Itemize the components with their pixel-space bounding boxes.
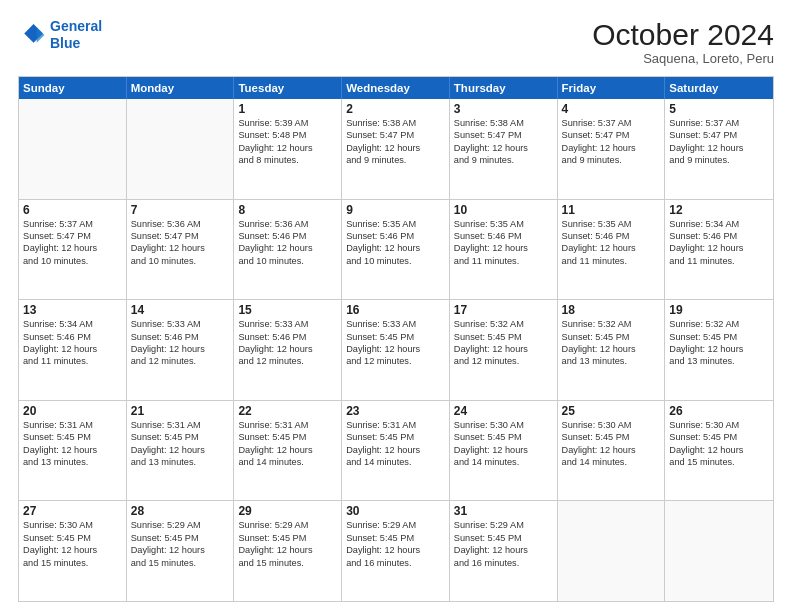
calendar-header: SundayMondayTuesdayWednesdayThursdayFrid…: [19, 77, 773, 99]
header: General Blue October 2024 Saquena, Loret…: [18, 18, 774, 66]
cal-cell: 29Sunrise: 5:29 AM Sunset: 5:45 PM Dayli…: [234, 501, 342, 601]
cal-cell: 5Sunrise: 5:37 AM Sunset: 5:47 PM Daylig…: [665, 99, 773, 199]
day-number: 6: [23, 203, 122, 217]
cal-cell: 16Sunrise: 5:33 AM Sunset: 5:45 PM Dayli…: [342, 300, 450, 400]
day-info: Sunrise: 5:34 AM Sunset: 5:46 PM Dayligh…: [669, 218, 769, 268]
week-row-2: 6Sunrise: 5:37 AM Sunset: 5:47 PM Daylig…: [19, 199, 773, 300]
day-info: Sunrise: 5:30 AM Sunset: 5:45 PM Dayligh…: [454, 419, 553, 469]
header-day-friday: Friday: [558, 77, 666, 99]
header-day-saturday: Saturday: [665, 77, 773, 99]
day-info: Sunrise: 5:37 AM Sunset: 5:47 PM Dayligh…: [23, 218, 122, 268]
day-info: Sunrise: 5:38 AM Sunset: 5:47 PM Dayligh…: [346, 117, 445, 167]
calendar: SundayMondayTuesdayWednesdayThursdayFrid…: [18, 76, 774, 602]
day-info: Sunrise: 5:35 AM Sunset: 5:46 PM Dayligh…: [346, 218, 445, 268]
day-info: Sunrise: 5:30 AM Sunset: 5:45 PM Dayligh…: [562, 419, 661, 469]
day-info: Sunrise: 5:32 AM Sunset: 5:45 PM Dayligh…: [669, 318, 769, 368]
day-number: 10: [454, 203, 553, 217]
day-info: Sunrise: 5:37 AM Sunset: 5:47 PM Dayligh…: [669, 117, 769, 167]
cal-cell: 23Sunrise: 5:31 AM Sunset: 5:45 PM Dayli…: [342, 401, 450, 501]
day-number: 30: [346, 504, 445, 518]
day-number: 2: [346, 102, 445, 116]
day-number: 31: [454, 504, 553, 518]
day-info: Sunrise: 5:33 AM Sunset: 5:46 PM Dayligh…: [238, 318, 337, 368]
cal-cell: 15Sunrise: 5:33 AM Sunset: 5:46 PM Dayli…: [234, 300, 342, 400]
cal-cell: 11Sunrise: 5:35 AM Sunset: 5:46 PM Dayli…: [558, 200, 666, 300]
cal-cell: [665, 501, 773, 601]
day-number: 20: [23, 404, 122, 418]
main-title: October 2024: [592, 18, 774, 51]
day-number: 21: [131, 404, 230, 418]
day-number: 14: [131, 303, 230, 317]
day-number: 23: [346, 404, 445, 418]
cal-cell: 17Sunrise: 5:32 AM Sunset: 5:45 PM Dayli…: [450, 300, 558, 400]
cal-cell: 3Sunrise: 5:38 AM Sunset: 5:47 PM Daylig…: [450, 99, 558, 199]
cal-cell: 6Sunrise: 5:37 AM Sunset: 5:47 PM Daylig…: [19, 200, 127, 300]
day-number: 27: [23, 504, 122, 518]
day-info: Sunrise: 5:29 AM Sunset: 5:45 PM Dayligh…: [346, 519, 445, 569]
cal-cell: 25Sunrise: 5:30 AM Sunset: 5:45 PM Dayli…: [558, 401, 666, 501]
cal-cell: [19, 99, 127, 199]
cal-cell: 20Sunrise: 5:31 AM Sunset: 5:45 PM Dayli…: [19, 401, 127, 501]
day-number: 26: [669, 404, 769, 418]
week-row-1: 1Sunrise: 5:39 AM Sunset: 5:48 PM Daylig…: [19, 99, 773, 199]
day-info: Sunrise: 5:36 AM Sunset: 5:46 PM Dayligh…: [238, 218, 337, 268]
cal-cell: 28Sunrise: 5:29 AM Sunset: 5:45 PM Dayli…: [127, 501, 235, 601]
day-number: 8: [238, 203, 337, 217]
day-info: Sunrise: 5:29 AM Sunset: 5:45 PM Dayligh…: [238, 519, 337, 569]
header-day-sunday: Sunday: [19, 77, 127, 99]
day-number: 15: [238, 303, 337, 317]
cal-cell: [558, 501, 666, 601]
day-number: 3: [454, 102, 553, 116]
day-number: 7: [131, 203, 230, 217]
day-number: 18: [562, 303, 661, 317]
cal-cell: 7Sunrise: 5:36 AM Sunset: 5:47 PM Daylig…: [127, 200, 235, 300]
week-row-3: 13Sunrise: 5:34 AM Sunset: 5:46 PM Dayli…: [19, 299, 773, 400]
cal-cell: 9Sunrise: 5:35 AM Sunset: 5:46 PM Daylig…: [342, 200, 450, 300]
svg-marker-1: [37, 27, 45, 43]
cal-cell: 4Sunrise: 5:37 AM Sunset: 5:47 PM Daylig…: [558, 99, 666, 199]
cal-cell: 1Sunrise: 5:39 AM Sunset: 5:48 PM Daylig…: [234, 99, 342, 199]
cal-cell: 27Sunrise: 5:30 AM Sunset: 5:45 PM Dayli…: [19, 501, 127, 601]
day-number: 29: [238, 504, 337, 518]
day-info: Sunrise: 5:34 AM Sunset: 5:46 PM Dayligh…: [23, 318, 122, 368]
day-info: Sunrise: 5:32 AM Sunset: 5:45 PM Dayligh…: [562, 318, 661, 368]
logo-icon: [18, 21, 46, 49]
cal-cell: 22Sunrise: 5:31 AM Sunset: 5:45 PM Dayli…: [234, 401, 342, 501]
cal-cell: 2Sunrise: 5:38 AM Sunset: 5:47 PM Daylig…: [342, 99, 450, 199]
day-number: 17: [454, 303, 553, 317]
day-number: 13: [23, 303, 122, 317]
cal-cell: 10Sunrise: 5:35 AM Sunset: 5:46 PM Dayli…: [450, 200, 558, 300]
logo-text: General Blue: [50, 18, 102, 52]
title-block: October 2024 Saquena, Loreto, Peru: [592, 18, 774, 66]
cal-cell: 18Sunrise: 5:32 AM Sunset: 5:45 PM Dayli…: [558, 300, 666, 400]
day-number: 24: [454, 404, 553, 418]
day-number: 16: [346, 303, 445, 317]
cal-cell: 30Sunrise: 5:29 AM Sunset: 5:45 PM Dayli…: [342, 501, 450, 601]
day-info: Sunrise: 5:37 AM Sunset: 5:47 PM Dayligh…: [562, 117, 661, 167]
header-day-tuesday: Tuesday: [234, 77, 342, 99]
cal-cell: [127, 99, 235, 199]
cal-cell: 26Sunrise: 5:30 AM Sunset: 5:45 PM Dayli…: [665, 401, 773, 501]
day-info: Sunrise: 5:38 AM Sunset: 5:47 PM Dayligh…: [454, 117, 553, 167]
day-number: 25: [562, 404, 661, 418]
day-info: Sunrise: 5:36 AM Sunset: 5:47 PM Dayligh…: [131, 218, 230, 268]
day-info: Sunrise: 5:33 AM Sunset: 5:45 PM Dayligh…: [346, 318, 445, 368]
day-number: 1: [238, 102, 337, 116]
cal-cell: 21Sunrise: 5:31 AM Sunset: 5:45 PM Dayli…: [127, 401, 235, 501]
calendar-body: 1Sunrise: 5:39 AM Sunset: 5:48 PM Daylig…: [19, 99, 773, 601]
cal-cell: 24Sunrise: 5:30 AM Sunset: 5:45 PM Dayli…: [450, 401, 558, 501]
header-day-monday: Monday: [127, 77, 235, 99]
day-info: Sunrise: 5:31 AM Sunset: 5:45 PM Dayligh…: [23, 419, 122, 469]
cal-cell: 12Sunrise: 5:34 AM Sunset: 5:46 PM Dayli…: [665, 200, 773, 300]
day-number: 9: [346, 203, 445, 217]
day-info: Sunrise: 5:31 AM Sunset: 5:45 PM Dayligh…: [131, 419, 230, 469]
day-info: Sunrise: 5:29 AM Sunset: 5:45 PM Dayligh…: [131, 519, 230, 569]
day-info: Sunrise: 5:30 AM Sunset: 5:45 PM Dayligh…: [669, 419, 769, 469]
page: General Blue October 2024 Saquena, Loret…: [0, 0, 792, 612]
cal-cell: 19Sunrise: 5:32 AM Sunset: 5:45 PM Dayli…: [665, 300, 773, 400]
day-number: 12: [669, 203, 769, 217]
cal-cell: 14Sunrise: 5:33 AM Sunset: 5:46 PM Dayli…: [127, 300, 235, 400]
week-row-4: 20Sunrise: 5:31 AM Sunset: 5:45 PM Dayli…: [19, 400, 773, 501]
cal-cell: 8Sunrise: 5:36 AM Sunset: 5:46 PM Daylig…: [234, 200, 342, 300]
day-info: Sunrise: 5:33 AM Sunset: 5:46 PM Dayligh…: [131, 318, 230, 368]
